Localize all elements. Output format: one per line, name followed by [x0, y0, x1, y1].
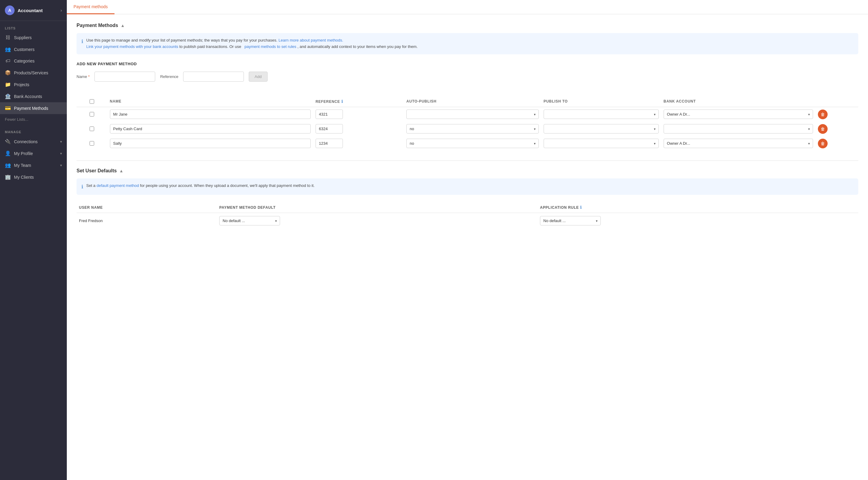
sidebar: A Accountant › LISTS ⛓ Suppliers 👥 Custo… [0, 0, 67, 480]
user-defaults-title: Set User Defaults [76, 168, 117, 174]
sidebar-item-my-team[interactable]: 👥 My Team ▾ [0, 159, 67, 171]
sidebar-item-suppliers[interactable]: ⛓ Suppliers [0, 32, 67, 43]
collapse-icon[interactable]: ▲ [119, 168, 124, 173]
name-field[interactable] [110, 124, 311, 134]
delete-button[interactable]: 🗑 [818, 139, 828, 148]
auto-publish-select[interactable]: no yes [406, 109, 539, 119]
sidebar-item-products-services[interactable]: 📦 Products/Services [0, 67, 67, 78]
chevron-down-icon: ▾ [60, 163, 62, 168]
user-name-cell: Fred Fredson [76, 213, 217, 229]
sidebar-item-categories[interactable]: 🏷 Categories [0, 55, 67, 67]
row-checkbox[interactable] [90, 112, 94, 116]
user-defaults-info-text-1: Set a [86, 183, 95, 188]
sidebar-item-label: My Team [14, 163, 57, 168]
col-header-actions [815, 96, 858, 107]
sidebar-header[interactable]: A Accountant › [0, 0, 67, 21]
info-box: ℹ Use this page to manage and modify you… [76, 33, 858, 54]
reference-input[interactable] [183, 72, 244, 81]
col-header-bank-account: BANK ACCOUNT [661, 96, 815, 107]
publish-to-select[interactable] [544, 124, 659, 134]
projects-icon: 📁 [5, 81, 11, 88]
row-checkbox[interactable] [90, 127, 94, 131]
publish-to-select-wrap: ▾ [544, 139, 659, 148]
publish-to-select[interactable] [544, 109, 659, 119]
add-button[interactable]: Add [249, 72, 267, 81]
reference-label: Reference [160, 74, 178, 79]
sidebar-item-payment-methods[interactable]: 💳 Payment Methods [0, 102, 67, 114]
name-input[interactable] [94, 72, 155, 81]
row-checkbox[interactable] [90, 141, 94, 146]
link-bank-accounts-link[interactable]: Link your payment methods with your bank… [86, 44, 178, 49]
profile-icon: 👤 [5, 150, 11, 156]
bank-icon: 🏦 [5, 94, 11, 99]
chevron-down-icon: ▾ [60, 140, 62, 144]
sidebar-item-my-clients[interactable]: 🏢 My Clients [0, 171, 67, 183]
add-section-title: ADD NEW PAYMENT METHOD [76, 62, 858, 66]
set-rules-link[interactable]: payment methods to set rules [245, 44, 297, 49]
col-header-publish-to: PUBLISH TO [541, 96, 661, 107]
application-rule-cell: No default ... ▾ [537, 213, 858, 229]
auto-publish-select[interactable]: no yes [406, 124, 539, 134]
delete-button[interactable]: 🗑 [818, 109, 828, 119]
auto-publish-select[interactable]: no yes [406, 139, 539, 148]
info-icon: ℹ [82, 183, 83, 191]
required-indicator: * [88, 74, 90, 79]
table-row: no yes ▾ ▾ [76, 122, 858, 136]
col-header-checkbox [76, 96, 107, 107]
reference-field[interactable] [315, 124, 343, 134]
team-icon: 👥 [5, 162, 11, 168]
table-row: no yes ▾ ▾ [76, 107, 858, 122]
connections-icon: 🔌 [5, 139, 11, 144]
account-name: Accountant [18, 8, 43, 13]
payment-icon: 💳 [5, 105, 11, 111]
info-text-4: , and automatically add context to your … [297, 44, 417, 49]
info-text-1: Use this page to manage and modify your … [86, 38, 277, 42]
fewer-lists-link[interactable]: Fewer Lists... [0, 114, 67, 125]
info-text-3: to publish paid transactions. Or use [179, 44, 241, 49]
chevron-right-icon: › [60, 8, 62, 13]
col-header-name: NAME [107, 96, 313, 107]
bank-account-select[interactable]: Owner A Dr... [663, 124, 813, 134]
bank-account-select[interactable]: Owner A Dr... [663, 139, 813, 148]
add-payment-form: Name * Reference Add [76, 72, 858, 88]
sidebar-item-label: Products/Services [14, 70, 62, 75]
payment-default-select-wrap: No default ... ▾ [219, 216, 280, 226]
sidebar-item-projects[interactable]: 📁 Projects [0, 78, 67, 91]
auto-publish-select-wrap: no yes ▾ [406, 139, 539, 148]
sidebar-item-my-profile[interactable]: 👤 My Profile ▾ [0, 147, 67, 159]
bank-account-select-wrap: Owner A Dr... Owner A Dr... ▾ [663, 109, 813, 119]
categories-icon: 🏷 [5, 58, 11, 64]
sidebar-item-label: Customers [14, 47, 62, 52]
application-rule-info-icon: ℹ [580, 205, 582, 210]
tabs-bar: Payment methods [67, 0, 868, 14]
bank-account-select[interactable]: Owner A Dr... Owner A Dr... [663, 109, 813, 119]
application-rule-select-wrap: No default ... ▾ [540, 216, 601, 226]
clients-icon: 🏢 [5, 174, 11, 180]
name-field[interactable] [110, 139, 311, 148]
col-header-payment-default: PAYMENT METHOD DEFAULT [217, 202, 537, 213]
sidebar-item-bank-accounts[interactable]: 🏦 Bank Accounts [0, 91, 67, 102]
sidebar-item-customers[interactable]: 👥 Customers [0, 43, 67, 55]
payment-default-select[interactable]: No default ... [219, 216, 280, 226]
publish-to-select[interactable] [544, 139, 659, 148]
reference-field[interactable] [315, 139, 343, 148]
reference-info-icon: ℹ [341, 99, 343, 104]
tab-payment-methods[interactable]: Payment methods [67, 0, 115, 14]
customers-icon: 👥 [5, 46, 11, 52]
name-field[interactable] [110, 109, 311, 119]
publish-to-select-wrap: ▾ [544, 124, 659, 134]
section-divider [76, 161, 858, 161]
sidebar-item-label: My Clients [14, 175, 62, 180]
delete-button[interactable]: 🗑 [818, 124, 828, 134]
auto-publish-select-wrap: no yes ▾ [406, 124, 539, 134]
name-label: Name * [76, 74, 90, 79]
info-icon: ℹ [82, 38, 83, 50]
sidebar-item-connections[interactable]: 🔌 Connections ▾ [0, 136, 67, 147]
application-rule-select[interactable]: No default ... [540, 216, 601, 226]
learn-more-link[interactable]: Learn more about payment methods. [279, 38, 343, 42]
reference-field[interactable] [315, 109, 343, 119]
content-area: Payment Methods ▲ ℹ Use this page to man… [67, 14, 868, 480]
default-payment-method-link[interactable]: default payment method [97, 183, 139, 188]
select-all-checkbox[interactable] [90, 99, 94, 104]
collapse-icon[interactable]: ▲ [121, 23, 125, 28]
